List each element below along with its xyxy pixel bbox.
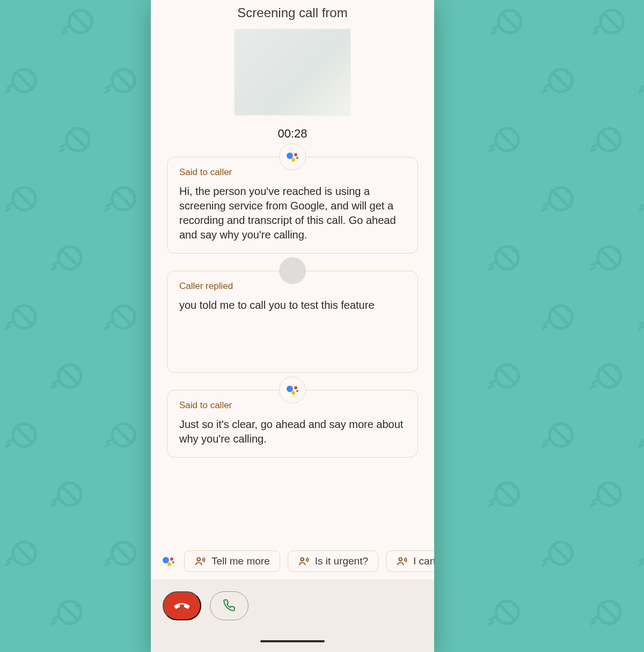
svg-line-29 xyxy=(5,90,10,93)
svg-line-139 xyxy=(499,368,515,384)
svg-point-235 xyxy=(301,557,304,561)
svg-point-230 xyxy=(601,604,604,606)
message-text: Hi, the person you've reached is using a… xyxy=(179,184,406,242)
quick-reply-is-it-urgent[interactable]: Is it urgent? xyxy=(288,550,378,572)
svg-line-193 xyxy=(16,545,32,561)
svg-line-154 xyxy=(8,440,12,443)
svg-line-94 xyxy=(53,263,58,265)
svg-line-227 xyxy=(488,622,493,625)
svg-line-22 xyxy=(595,26,600,29)
svg-line-53 xyxy=(59,149,64,152)
svg-point-207 xyxy=(566,545,569,547)
svg-point-8 xyxy=(72,13,75,16)
svg-point-105 xyxy=(614,249,617,252)
svg-line-175 xyxy=(62,486,78,502)
svg-line-190 xyxy=(592,499,597,502)
person-speaking-icon xyxy=(298,555,310,567)
svg-point-80 xyxy=(553,190,555,193)
quick-reply-tell-me-more[interactable]: Tell me more xyxy=(184,550,280,572)
svg-line-125 xyxy=(542,327,547,329)
svg-line-100 xyxy=(491,263,495,265)
svg-line-34 xyxy=(107,85,112,88)
svg-point-38 xyxy=(553,72,555,75)
home-indicator[interactable] xyxy=(260,640,325,642)
svg-line-185 xyxy=(488,504,493,506)
svg-line-77 xyxy=(105,208,109,211)
svg-point-147 xyxy=(614,367,617,370)
svg-line-118 xyxy=(107,322,112,324)
svg-point-33 xyxy=(129,72,131,75)
svg-line-61 xyxy=(601,132,617,148)
svg-line-107 xyxy=(590,267,595,270)
screening-title: Screening call from xyxy=(167,5,418,20)
svg-line-130 xyxy=(641,322,645,324)
svg-point-92 xyxy=(62,249,64,252)
svg-line-31 xyxy=(115,73,131,89)
phone-icon xyxy=(223,599,236,613)
svg-line-209 xyxy=(542,563,547,566)
svg-point-234 xyxy=(197,557,200,561)
svg-line-149 xyxy=(590,386,595,388)
svg-line-82 xyxy=(544,204,549,206)
svg-point-164 xyxy=(553,426,555,429)
svg-point-20 xyxy=(604,13,606,16)
svg-point-152 xyxy=(16,426,19,429)
svg-point-146 xyxy=(601,367,604,370)
svg-line-106 xyxy=(592,263,597,265)
svg-line-142 xyxy=(491,381,495,383)
svg-line-52 xyxy=(61,144,66,147)
svg-point-135 xyxy=(75,367,78,370)
message-said-to-caller: Said to caller Hi, the person you've rea… xyxy=(167,157,418,253)
svg-point-206 xyxy=(553,545,555,547)
svg-point-81 xyxy=(566,190,569,193)
svg-line-35 xyxy=(105,90,109,93)
svg-point-63 xyxy=(614,131,617,134)
svg-line-119 xyxy=(105,327,109,329)
svg-line-10 xyxy=(64,26,69,29)
svg-line-232 xyxy=(592,617,597,620)
svg-point-195 xyxy=(30,545,32,547)
svg-line-223 xyxy=(499,604,515,620)
svg-line-163 xyxy=(553,427,569,443)
svg-point-140 xyxy=(499,367,502,370)
svg-point-110 xyxy=(16,308,19,311)
svg-line-64 xyxy=(592,144,597,147)
quick-reply-i-cant[interactable]: I can't xyxy=(386,550,434,572)
svg-line-73 xyxy=(115,191,131,207)
assistant-icon xyxy=(287,384,298,396)
svg-point-98 xyxy=(499,249,502,252)
svg-line-89 xyxy=(639,208,643,211)
svg-line-143 xyxy=(488,386,493,388)
svg-line-41 xyxy=(542,90,547,93)
svg-point-188 xyxy=(601,486,604,488)
svg-point-27 xyxy=(30,72,32,75)
transcript-area[interactable]: Said to caller Hi, the person you've rea… xyxy=(151,141,434,546)
svg-line-76 xyxy=(107,204,112,206)
svg-point-69 xyxy=(30,190,32,193)
end-call-button[interactable] xyxy=(163,591,201,620)
svg-line-155 xyxy=(5,445,10,447)
svg-point-122 xyxy=(553,308,555,311)
svg-point-218 xyxy=(62,604,64,606)
svg-line-217 xyxy=(62,604,78,620)
svg-point-194 xyxy=(16,545,19,547)
answer-call-button[interactable] xyxy=(210,591,248,620)
svg-line-88 xyxy=(641,204,645,206)
svg-line-97 xyxy=(499,250,515,266)
svg-point-141 xyxy=(513,367,515,370)
svg-line-28 xyxy=(8,85,12,88)
svg-point-153 xyxy=(30,426,32,429)
quick-reply-row[interactable]: Tell me more Is it urgent? I can't xyxy=(151,546,434,579)
assistant-icon xyxy=(160,553,177,569)
assistant-badge xyxy=(279,376,306,403)
svg-line-229 xyxy=(601,604,617,620)
svg-point-21 xyxy=(617,13,620,16)
phone-screen: Screening call from 00:28 Said to caller… xyxy=(151,0,434,652)
svg-line-79 xyxy=(553,191,569,207)
svg-line-178 xyxy=(53,499,58,502)
svg-line-71 xyxy=(5,208,10,211)
svg-line-187 xyxy=(601,486,617,502)
svg-line-13 xyxy=(502,13,518,30)
assistant-badge xyxy=(279,143,306,170)
svg-line-112 xyxy=(8,322,12,324)
